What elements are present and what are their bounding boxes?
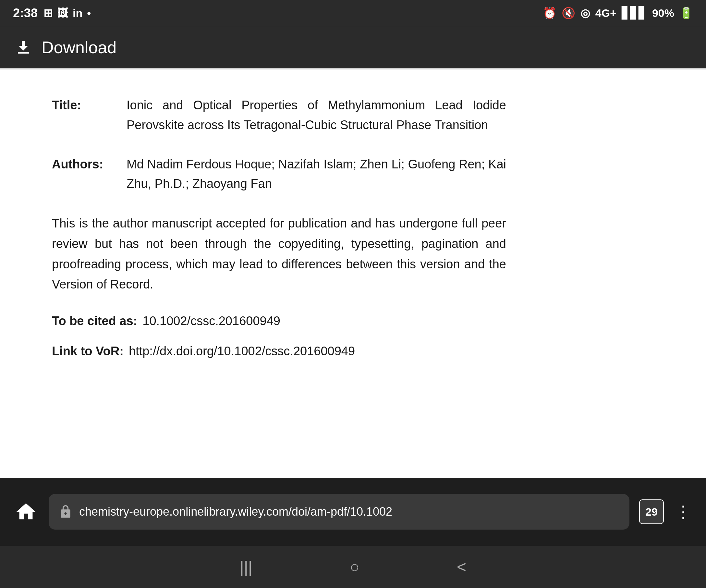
battery-icon: 🔋 [679, 6, 693, 19]
alarm-icon: ⏰ [543, 6, 556, 19]
status-bar: 2:38 ⊞ 🖼 in • ⏰ 🔇 ◎ 4G+ ▋▋▋ 90% 🔋 [0, 0, 706, 26]
status-left: 2:38 ⊞ 🖼 in • [13, 6, 91, 20]
vor-link[interactable]: http://dx.doi.org/10.1002/cssc.201600949 [129, 344, 355, 358]
vor-row: Link to VoR: http://dx.doi.org/10.1002/c… [52, 344, 506, 358]
title-value: Ionic and Optical Properties of Methylam… [126, 95, 506, 135]
abstract-text: This is the author manuscript accepted f… [52, 213, 506, 295]
status-icons: ⊞ 🖼 in • [43, 6, 91, 19]
back-button[interactable]: < [457, 557, 466, 576]
bottom-bar: chemistry-europe.onlinelibrary.wiley.com… [0, 478, 706, 546]
url-bar[interactable]: chemistry-europe.onlinelibrary.wiley.com… [49, 494, 629, 530]
cite-value: 10.1002/cssc.201600949 [143, 314, 280, 328]
top-bar: Download [0, 26, 706, 68]
authors-value: Md Nadim Ferdous Hoque; Nazifah Islam; Z… [126, 154, 506, 194]
wifi-icon: ◎ [581, 6, 590, 19]
linkedin-icon: in [73, 7, 82, 19]
back-icon: < [457, 557, 466, 576]
title-label: Title: [52, 95, 123, 135]
dot-icon: • [87, 7, 91, 19]
download-label: Download [42, 38, 116, 57]
authors-label: Authors: [52, 154, 123, 194]
recents-button[interactable]: ||| [240, 557, 252, 576]
vor-label: Link to VoR: [52, 344, 124, 358]
recents-icon: ||| [240, 557, 252, 576]
cite-row: To be cited as: 10.1002/cssc.201600949 [52, 314, 506, 328]
status-time: 2:38 [13, 6, 38, 20]
signal-bars: ▋▋▋ [622, 6, 647, 19]
home-nav-icon: ○ [350, 557, 359, 576]
tab-count[interactable]: 29 [639, 499, 664, 524]
download-icon [13, 37, 34, 58]
photo-icon: 🖼 [57, 7, 68, 19]
download-button[interactable]: Download [13, 37, 116, 58]
sim-icon: ⊞ [43, 6, 52, 19]
paper-meta: Title: Ionic and Optical Properties of M… [52, 95, 506, 358]
cite-label: To be cited as: [52, 314, 137, 328]
nav-bar: ||| ○ < [0, 546, 706, 588]
url-text: chemistry-europe.onlinelibrary.wiley.com… [79, 505, 620, 518]
network-type: 4G+ [595, 7, 617, 19]
authors-row: Authors: Md Nadim Ferdous Hoque; Nazifah… [52, 154, 506, 194]
title-row: Title: Ionic and Optical Properties of M… [52, 95, 506, 135]
battery-percent: 90% [652, 7, 674, 19]
status-right: ⏰ 🔇 ◎ 4G+ ▋▋▋ 90% 🔋 [543, 6, 693, 19]
mute-icon: 🔇 [562, 6, 575, 19]
home-button[interactable] [13, 499, 39, 525]
lock-icon [58, 505, 73, 519]
home-nav-button[interactable]: ○ [350, 557, 359, 576]
main-content: Title: Ionic and Optical Properties of M… [0, 70, 706, 478]
more-button[interactable]: ⋮ [673, 502, 693, 521]
